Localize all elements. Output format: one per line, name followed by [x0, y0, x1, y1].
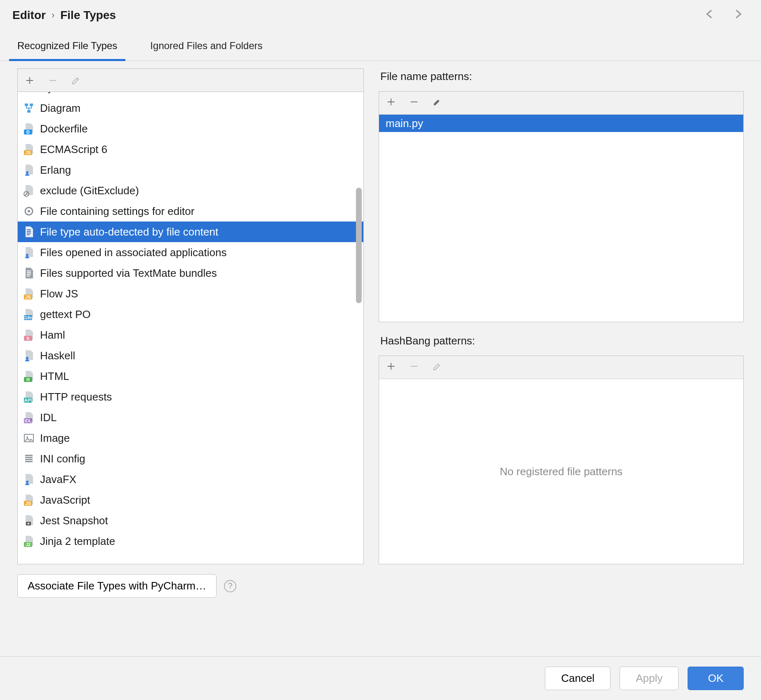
- svg-point-0: [24, 92, 33, 92]
- breadcrumb: Editor › File Types: [12, 9, 116, 22]
- hashbang-patterns-title: HashBang patterns:: [379, 333, 744, 350]
- file-type-label: Jinja 2 template: [40, 535, 115, 548]
- svg-rect-2: [30, 104, 33, 106]
- i18n-icon: i18n: [23, 308, 35, 321]
- edit-icon[interactable]: [71, 75, 81, 86]
- patterns-panel: File name patterns: main.py HashBang pat…: [379, 68, 744, 564]
- file-type-label: ECMAScript 6: [40, 143, 107, 156]
- file-name-patterns-list[interactable]: main.py: [379, 115, 743, 322]
- file-type-row[interactable]: D Dockerfile: [18, 118, 363, 139]
- file-type-row[interactable]: Haskell: [18, 345, 363, 366]
- file-type-label: exclude (GitExclude): [40, 184, 139, 197]
- file-type-row[interactable]: JS JavaScript: [18, 490, 363, 510]
- file-type-row[interactable]: JS Flow JS: [18, 283, 363, 304]
- file-type-row[interactable]: Jest Snapshot: [18, 510, 363, 531]
- empty-text: No registered file patterns: [379, 379, 743, 564]
- add-icon[interactable]: [24, 75, 35, 86]
- svg-text:JS: JS: [25, 501, 31, 506]
- file-types-toolbar: [17, 68, 364, 92]
- svg-point-32: [28, 523, 30, 525]
- file-type-label: File type auto-detected by file content: [40, 226, 218, 238]
- file-type-row[interactable]: exclude (GitExclude): [18, 180, 363, 201]
- edit-icon[interactable]: [433, 362, 442, 373]
- scrollbar-thumb[interactable]: [356, 188, 362, 303]
- file-type-row[interactable]: i18n gettext PO: [18, 304, 363, 325]
- file-type-label: HTTP requests: [40, 391, 112, 403]
- svg-point-27: [26, 436, 28, 438]
- file-type-row[interactable]: File containing settings for editor: [18, 201, 363, 222]
- image-icon: [23, 432, 35, 444]
- file-type-row[interactable]: File type auto-detected by file content: [18, 222, 363, 242]
- snapshot-icon: [23, 514, 35, 527]
- file-type-row[interactable]: JS ECMAScript 6: [18, 139, 363, 160]
- file-type-row[interactable]: h Haml: [18, 325, 363, 345]
- back-icon[interactable]: [703, 7, 716, 23]
- docker-icon: D: [23, 123, 35, 135]
- file-type-label: Flow JS: [40, 288, 78, 300]
- file-type-label: Erlang: [40, 164, 71, 177]
- add-icon[interactable]: [386, 97, 396, 108]
- file-type-row[interactable]: Files supported via TextMate bundles: [18, 263, 363, 283]
- svg-point-12: [26, 254, 28, 256]
- file-type-row[interactable]: Diagram: [18, 98, 363, 118]
- svg-point-19: [26, 357, 28, 359]
- file-type-row[interactable]: Image: [18, 428, 363, 448]
- file-type-row[interactable]: Cython: [18, 92, 363, 98]
- svg-text:IDL: IDL: [24, 418, 32, 423]
- diagram-icon: [23, 102, 35, 114]
- tab-recognized-file-types[interactable]: Recognized File Types: [9, 34, 125, 61]
- file-type-row[interactable]: J2 Jinja 2 template: [18, 531, 363, 552]
- svg-text:JS: JS: [25, 150, 31, 155]
- svg-text:API: API: [24, 398, 32, 403]
- file-type-row[interactable]: JavaFX: [18, 469, 363, 490]
- js-icon: JS: [23, 143, 35, 156]
- cancel-button[interactable]: Cancel: [545, 667, 610, 690]
- svg-text:i18n: i18n: [24, 315, 33, 320]
- file-type-row[interactable]: Erlang: [18, 160, 363, 180]
- html-icon: H: [23, 370, 35, 382]
- file-type-label: JavaScript: [40, 494, 90, 507]
- breadcrumb-current: File Types: [60, 9, 116, 22]
- file-types-panel: CythonDiagram D Dockerfile JS ECMAScript…: [17, 68, 364, 564]
- file-type-row[interactable]: INI config: [18, 448, 363, 469]
- exclude-icon: [23, 184, 35, 197]
- pattern-row[interactable]: main.py: [379, 115, 743, 132]
- file-type-label: JavaFX: [40, 473, 76, 486]
- api-icon: API: [23, 391, 35, 403]
- file-type-label: gettext PO: [40, 308, 91, 321]
- associate-file-types-button[interactable]: Associate File Types with PyCharm…: [17, 574, 217, 598]
- file-type-row[interactable]: API HTTP requests: [18, 387, 363, 407]
- file-type-label: File containing settings for editor: [40, 205, 194, 218]
- ini-icon: [23, 453, 35, 465]
- svg-text:J2: J2: [26, 542, 31, 547]
- file-types-list[interactable]: CythonDiagram D Dockerfile JS ECMAScript…: [17, 92, 364, 564]
- tabs: Recognized File Types Ignored Files and …: [0, 34, 761, 61]
- forward-icon[interactable]: [731, 7, 745, 23]
- breadcrumb-parent[interactable]: Editor: [12, 9, 46, 22]
- haskell-icon: [23, 349, 35, 362]
- add-icon[interactable]: [386, 362, 396, 373]
- file-type-row[interactable]: H HTML: [18, 366, 363, 387]
- remove-icon[interactable]: [47, 75, 58, 86]
- file-type-row[interactable]: IDL IDL: [18, 407, 363, 428]
- tab-ignored-files-and-folders[interactable]: Ignored Files and Folders: [145, 34, 267, 61]
- breadcrumb-separator-icon: ›: [52, 10, 54, 21]
- js-icon: JS: [23, 288, 35, 300]
- footer: Cancel Apply OK: [0, 656, 761, 700]
- file-type-row[interactable]: Files opened in associated applications: [18, 242, 363, 263]
- remove-icon[interactable]: [410, 97, 419, 108]
- apply-button[interactable]: Apply: [620, 667, 679, 690]
- hashbang-patterns-list[interactable]: No registered file patterns: [379, 379, 743, 564]
- pattern-label: main.py: [386, 117, 423, 130]
- ok-button[interactable]: OK: [688, 667, 744, 690]
- edit-icon[interactable]: [433, 97, 442, 108]
- remove-icon[interactable]: [410, 362, 419, 373]
- associate-row: Associate File Types with PyCharm… ?: [0, 568, 761, 603]
- svg-text:D: D: [26, 130, 30, 134]
- svg-text:h: h: [27, 336, 30, 341]
- tab-label: Recognized File Types: [17, 40, 117, 51]
- file-type-label: Dockerfile: [40, 123, 88, 135]
- svg-text:JS: JS: [25, 295, 31, 299]
- button-label: Apply: [636, 672, 662, 684]
- help-icon[interactable]: ?: [224, 580, 236, 592]
